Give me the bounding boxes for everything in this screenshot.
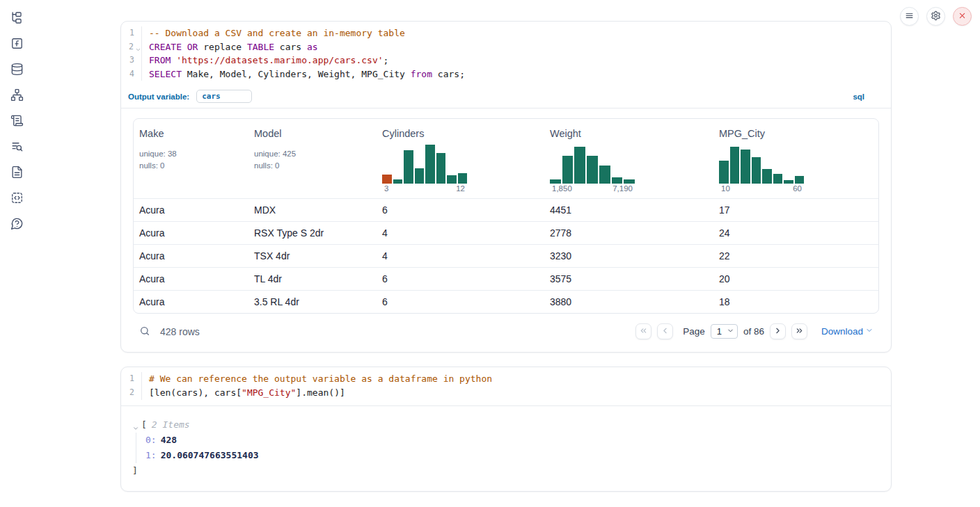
chevron-left-icon — [661, 326, 670, 337]
code-line[interactable]: 1# We can reference the output variable … — [121, 372, 891, 386]
histogram-bar[interactable] — [773, 174, 783, 184]
line-gutter: 4 — [121, 67, 142, 81]
histogram-bar[interactable] — [795, 176, 805, 184]
code-token: ; — [384, 55, 389, 65]
histogram-bar[interactable] — [382, 175, 392, 184]
code-text: CREATE OR replace TABLE cars as — [142, 40, 318, 54]
code-text: FROM 'https://datasets.marimo.app/cars.c… — [142, 54, 388, 67]
table-cell: 18 — [713, 296, 878, 307]
next-page-button[interactable] — [770, 323, 786, 339]
column-name: Weight — [550, 128, 708, 139]
histogram-bar[interactable] — [562, 156, 574, 184]
sidebar-item-dependencies[interactable] — [8, 88, 25, 104]
table-cell: 3575 — [544, 273, 713, 284]
code-token: FROM — [149, 55, 171, 65]
code-text: SELECT Make, Model, Cylinders, Weight, M… — [142, 67, 465, 81]
histogram-bar[interactable] — [458, 173, 468, 184]
histogram-bar[interactable] — [550, 179, 561, 184]
last-page-button[interactable] — [791, 323, 807, 339]
code-token: cars — [274, 42, 307, 52]
code-text: # We can reference the output variable a… — [142, 372, 492, 386]
chevron-down-icon[interactable] — [132, 421, 139, 428]
table-row[interactable]: AcuraTL 4dr6357520 — [134, 267, 878, 290]
column-header[interactable]: Weight1,8507,190 — [544, 119, 713, 198]
code-line[interactable]: 4SELECT Make, Model, Cylinders, Weight, … — [121, 67, 891, 81]
table-header: Makeunique: 38nulls: 0Modelunique: 425nu… — [134, 119, 878, 198]
topbar — [900, 7, 972, 26]
column-histogram: 312 — [382, 145, 467, 193]
code-line[interactable]: 2CREATE OR replace TABLE cars as — [121, 40, 891, 54]
settings-button[interactable] — [926, 7, 945, 26]
download-button[interactable]: Download — [821, 326, 874, 337]
python-cell: 1# We can reference the output variable … — [120, 367, 892, 491]
table-search-button[interactable] — [139, 325, 151, 338]
histogram-bar[interactable] — [425, 145, 435, 184]
sidebar-item-data-sources[interactable] — [8, 63, 25, 78]
column-header[interactable]: MPG_City1060 — [713, 119, 878, 198]
notebook-menu-button[interactable] — [900, 7, 919, 26]
code-line[interactable]: 3FROM 'https://datasets.marimo.app/cars.… — [121, 54, 891, 67]
python-code-editor[interactable]: 1# We can reference the output variable … — [121, 367, 891, 405]
histogram-bar[interactable] — [752, 157, 761, 184]
table-row[interactable]: AcuraMDX6445117 — [134, 198, 878, 221]
histogram-bar[interactable] — [730, 147, 740, 184]
code-line[interactable]: 2[len(cars), cars["MPG_City"].mean()] — [121, 386, 891, 400]
column-header[interactable]: Modelunique: 425nulls: 0 — [248, 119, 377, 198]
page-select[interactable]: 1 — [711, 324, 738, 339]
code-token: TABLE — [247, 42, 274, 52]
column-header[interactable]: Cylinders312 — [377, 119, 544, 198]
histogram-bar[interactable] — [762, 169, 772, 184]
page-label: Page — [683, 326, 705, 337]
histogram-bar[interactable] — [719, 161, 729, 184]
sidebar-item-file-explorer[interactable] — [8, 11, 25, 26]
line-gutter: 2 — [121, 40, 142, 54]
histogram-bar[interactable] — [574, 147, 585, 184]
tree-item[interactable]: 0:428 — [145, 433, 880, 448]
sidebar-item-help[interactable] — [8, 217, 25, 232]
column-stat: nulls: 0 — [254, 160, 371, 172]
table-cell: 6 — [377, 273, 544, 284]
column-header[interactable]: Makeunique: 38nulls: 0 — [134, 119, 248, 198]
page-select-value: 1 — [717, 326, 722, 337]
sidebar-item-snippets[interactable] — [8, 191, 25, 207]
output-variable-input[interactable] — [196, 90, 252, 103]
histogram-axis: 1060 — [719, 184, 804, 193]
histogram-bar[interactable] — [612, 177, 623, 184]
shutdown-button[interactable] — [953, 7, 972, 26]
histogram-axis: 1,8507,190 — [550, 184, 635, 193]
sql-code-editor[interactable]: 1-- Download a CSV and create an in-memo… — [121, 22, 891, 86]
table-row[interactable]: AcuraRSX Type S 2dr4277824 — [134, 221, 878, 244]
histogram-bar[interactable] — [741, 150, 750, 184]
histogram-bar[interactable] — [587, 156, 598, 184]
code-token: # We can reference the output variable a… — [149, 373, 492, 384]
histogram-bar[interactable] — [784, 180, 793, 184]
notebook-cells: 1-- Download a CSV and create an in-memo… — [120, 21, 892, 492]
histogram-bar[interactable] — [624, 179, 635, 184]
code-token: CREATE OR — [149, 42, 198, 52]
histogram-bar[interactable] — [404, 150, 413, 184]
code-token: as — [307, 42, 318, 52]
first-page-button[interactable] — [635, 323, 651, 339]
download-label: Download — [821, 326, 863, 337]
axis-max-label: 60 — [793, 184, 802, 193]
sidebar-item-outline[interactable] — [8, 140, 25, 155]
table-row[interactable]: AcuraTSX 4dr4323022 — [134, 244, 878, 267]
histogram-bar[interactable] — [415, 168, 425, 184]
open-bracket: [ — [141, 417, 147, 433]
histogram-bar[interactable] — [436, 153, 446, 184]
histogram-bar[interactable] — [599, 166, 610, 184]
table-cell: Acura — [134, 227, 248, 239]
histogram-bar[interactable] — [393, 179, 403, 184]
fold-chevron-icon[interactable] — [135, 43, 141, 49]
sidebar-item-documentation[interactable] — [8, 166, 25, 181]
sidebar-item-logs[interactable] — [8, 114, 25, 129]
tree-root[interactable]: [ 2 Items — [132, 417, 880, 433]
previous-page-button[interactable] — [657, 323, 673, 339]
histogram-bar[interactable] — [447, 175, 457, 184]
table-row[interactable]: Acura3.5 RL 4dr6388018 — [134, 290, 878, 313]
column-name: Cylinders — [382, 128, 539, 139]
code-line[interactable]: 1-- Download a CSV and create an in-memo… — [121, 26, 891, 40]
sidebar-item-variables[interactable] — [8, 37, 25, 52]
code-text: [len(cars), cars["MPG_City"].mean()] — [142, 386, 345, 400]
tree-item[interactable]: 1:20.060747663551403 — [145, 448, 880, 463]
